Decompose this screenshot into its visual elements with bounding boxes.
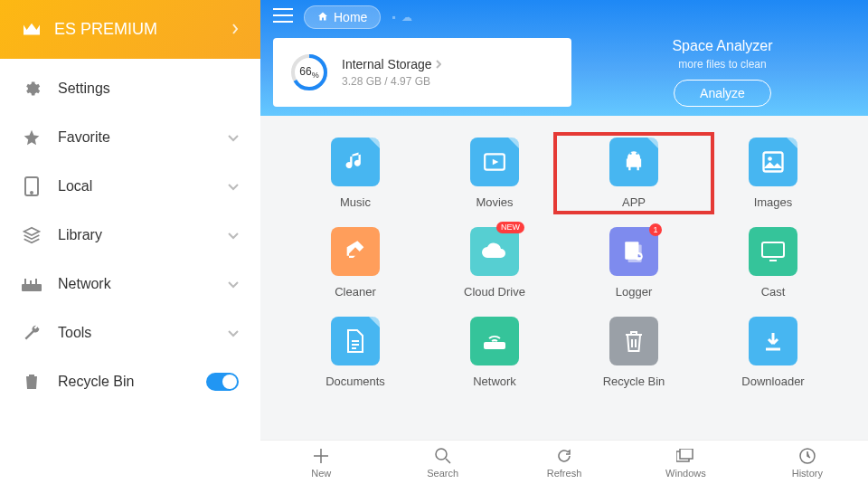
sidebar-item-tools[interactable]: Tools	[0, 308, 260, 357]
svg-rect-16	[680, 449, 693, 459]
cleaner-icon	[331, 227, 380, 276]
chevron-down-icon	[228, 227, 239, 243]
downloader-icon	[749, 317, 797, 365]
svg-point-7	[768, 157, 772, 161]
bottom-label: Search	[427, 468, 458, 479]
space-analyzer: Space Analyzer more files to clean Analy…	[590, 38, 855, 107]
storage-card[interactable]: 66% Internal Storage 3.28 GB / 4.97 GB	[273, 38, 571, 107]
sidebar-item-label: Network	[58, 276, 212, 292]
sidebar-item-label: Favorite	[58, 129, 212, 146]
router-icon	[22, 274, 42, 294]
svg-point-13	[494, 345, 496, 347]
cloud-drive-icon: NEW	[470, 227, 519, 276]
analyze-button[interactable]: Analyze	[674, 80, 771, 107]
tile-documents[interactable]: Documents	[304, 317, 407, 388]
svg-rect-6	[764, 153, 783, 172]
sidebar-item-label: Library	[58, 227, 212, 243]
tile-label: Network	[473, 375, 516, 388]
sidebar-item-label: Tools	[58, 325, 212, 341]
wrench-icon	[22, 323, 42, 343]
sidebar-item-label: Local	[58, 178, 212, 195]
trash-icon	[22, 372, 42, 392]
breadcrumb-home[interactable]: Home	[304, 5, 381, 29]
svg-rect-11	[762, 242, 784, 257]
bottom-search[interactable]: Search	[382, 446, 503, 479]
chevron-right-icon	[436, 57, 441, 71]
tile-label: Cast	[761, 285, 786, 299]
tile-cleaner[interactable]: Cleaner	[304, 227, 407, 299]
star-icon	[22, 128, 42, 147]
tile-label: Cleaner	[335, 285, 376, 299]
chevron-right-icon	[231, 22, 239, 38]
category-grid: MusicMoviesAPPImagesCleanerNEWCloud Driv…	[260, 116, 868, 440]
bottom-label: History	[792, 468, 823, 479]
home-icon	[317, 10, 328, 24]
sidebar-item-label: Recycle Bin	[58, 374, 190, 390]
documents-icon	[331, 317, 380, 365]
tile-label: Recycle Bin	[603, 375, 665, 388]
sidebar-item-settings[interactable]: Settings	[0, 64, 260, 113]
network-icon	[470, 317, 519, 365]
chevron-down-icon	[228, 129, 239, 146]
recycle-toggle[interactable]	[206, 373, 239, 391]
bottom-new[interactable]: New	[260, 446, 382, 479]
layers-icon	[22, 225, 42, 245]
storage-ring: 66%	[289, 52, 329, 92]
chevron-down-icon	[228, 276, 239, 292]
tile-app[interactable]: APP	[555, 134, 712, 213]
refresh-icon	[556, 446, 572, 466]
svg-point-1	[31, 192, 33, 194]
sidebar-item-network[interactable]: Network	[0, 260, 260, 308]
tile-label: Movies	[476, 195, 513, 209]
sidebar-item-local[interactable]: Local	[0, 162, 260, 211]
analyzer-subtitle: more files to clean	[678, 58, 766, 71]
menu-icon[interactable]	[273, 8, 293, 26]
premium-label: ES PREMIUM	[54, 20, 219, 39]
sidebar-item-recycle-bin[interactable]: Recycle Bin	[0, 357, 260, 406]
plus-icon	[313, 446, 329, 466]
topbar: Home ▪ ☁ 66% Internal Storage 3.28 GB / …	[260, 0, 868, 116]
tile-label: Music	[340, 195, 371, 209]
tile-cast[interactable]: Cast	[722, 227, 825, 299]
gear-icon	[22, 79, 42, 99]
tile-label: Documents	[326, 375, 385, 388]
tile-label: Cloud Drive	[464, 285, 525, 299]
phone-icon	[22, 176, 42, 196]
windows-icon	[676, 446, 694, 466]
app-icon	[609, 138, 658, 186]
bottom-history[interactable]: History	[747, 446, 868, 479]
topbar-mini-icons: ▪ ☁	[392, 11, 411, 24]
movies-icon	[470, 138, 519, 186]
images-icon	[749, 138, 797, 186]
tile-network[interactable]: Network	[443, 317, 546, 388]
cast-icon	[749, 227, 797, 276]
svg-point-14	[436, 449, 447, 460]
bottom-refresh[interactable]: Refresh	[504, 446, 625, 479]
storage-usage: 3.28 GB / 4.97 GB	[342, 75, 441, 88]
tile-recycle-bin[interactable]: Recycle Bin	[582, 317, 685, 388]
crown-icon	[22, 22, 42, 38]
tile-images[interactable]: Images	[722, 138, 825, 209]
sidebar-item-library[interactable]: Library	[0, 211, 260, 260]
sidebar-item-label: Settings	[58, 81, 239, 97]
tile-logger[interactable]: 1Logger	[582, 227, 685, 299]
bottom-label: New	[311, 468, 331, 479]
tile-music[interactable]: Music	[304, 138, 407, 209]
chevron-down-icon	[228, 178, 239, 195]
tile-label: Logger	[616, 285, 652, 299]
premium-banner[interactable]: ES PREMIUM	[0, 0, 260, 59]
tile-movies[interactable]: Movies	[443, 138, 546, 209]
music-icon	[331, 138, 380, 186]
main-area: Home ▪ ☁ 66% Internal Storage 3.28 GB / …	[260, 0, 868, 484]
tile-downloader[interactable]: Downloader	[722, 317, 825, 388]
bottom-label: Refresh	[547, 468, 582, 479]
tile-cloud-drive[interactable]: NEWCloud Drive	[443, 227, 546, 299]
tile-label: Images	[754, 195, 793, 209]
tile-label: APP	[622, 195, 646, 209]
logger-icon: 1	[609, 227, 658, 276]
sidebar-item-favorite[interactable]: Favorite	[0, 113, 260, 162]
cloud-icon: ☁	[401, 11, 412, 24]
sidebar: ES PREMIUM Settings Favorite Local Libra…	[0, 0, 260, 484]
bottom-windows[interactable]: Windows	[625, 446, 746, 479]
sidebar-menu: Settings Favorite Local Library Network …	[0, 59, 260, 484]
